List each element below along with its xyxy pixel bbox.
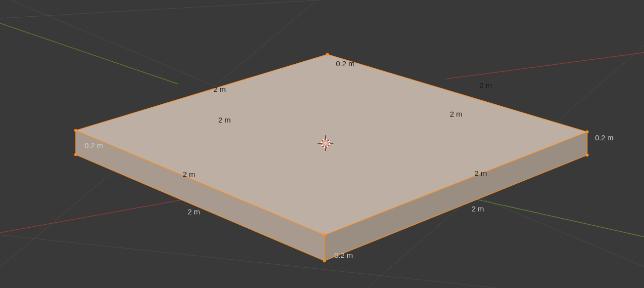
scene-svg [0, 0, 644, 288]
svg-line-0 [0, 0, 644, 20]
mesh-object[interactable] [74, 53, 589, 262]
svg-line-5 [0, 195, 208, 237]
svg-point-17 [74, 129, 77, 132]
svg-point-18 [74, 153, 77, 156]
svg-line-6 [445, 49, 644, 79]
3d-viewport[interactable]: 0.2 m 2 m 2 m 2 m 2 m 0.2 m 0.2 m 2 m 2 … [0, 0, 644, 288]
svg-point-15 [586, 130, 589, 133]
svg-point-19 [323, 259, 326, 262]
svg-point-16 [323, 234, 326, 237]
svg-point-27 [324, 142, 326, 144]
svg-point-14 [326, 53, 329, 56]
svg-point-20 [586, 154, 589, 157]
svg-line-7 [0, 15, 178, 84]
face-top[interactable] [76, 54, 587, 235]
